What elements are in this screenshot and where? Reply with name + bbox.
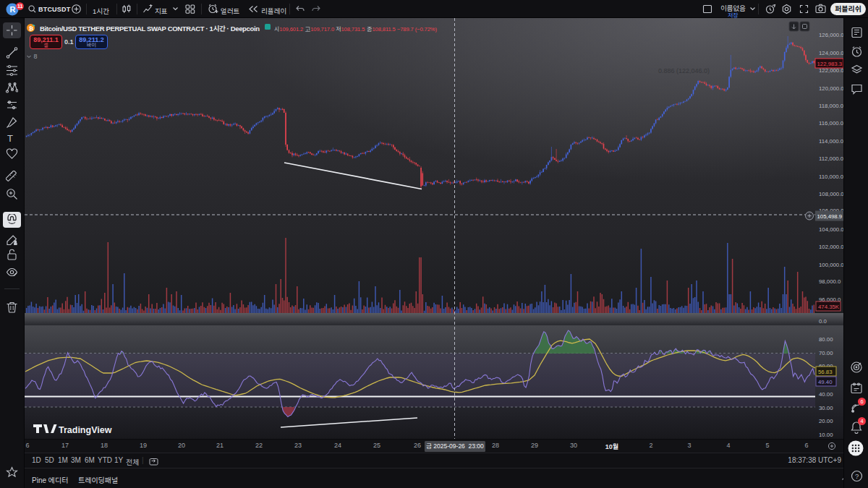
svg-text:100,000.0: 100,000.0 [819, 262, 843, 268]
svg-text:124,000.0: 124,000.0 [819, 50, 843, 56]
svg-text:122,983.3: 122,983.3 [817, 61, 843, 67]
svg-text:105,498.9: 105,498.9 [817, 213, 843, 220]
svg-text:10.00: 10.00 [819, 432, 833, 438]
svg-text:20.00: 20.00 [819, 418, 833, 424]
svg-text:116,000.0: 116,000.0 [819, 120, 843, 127]
svg-text:102,000.0: 102,000.0 [819, 244, 843, 250]
svg-text:114,000.0: 114,000.0 [819, 138, 843, 145]
svg-text:TradingView: TradingView [59, 425, 112, 435]
svg-text:126,000.0: 126,000.0 [819, 32, 843, 38]
svg-text:112,000.0: 112,000.0 [819, 155, 843, 162]
svg-text:30.00: 30.00 [819, 405, 833, 411]
svg-text:104,000.0: 104,000.0 [819, 226, 843, 233]
svg-text:120,000.0: 120,000.0 [819, 85, 843, 92]
svg-text:0.0: 0.0 [819, 318, 827, 325]
svg-text:0.886 (122,046.0): 0.886 (122,046.0) [658, 67, 710, 74]
svg-text:80.00: 80.00 [819, 336, 833, 343]
svg-text:122,000.0: 122,000.0 [819, 67, 843, 74]
svg-text:40.00: 40.00 [819, 391, 833, 398]
svg-text:118,000.0: 118,000.0 [819, 103, 843, 109]
svg-text:98,000.0: 98,000.0 [819, 278, 841, 285]
svg-text:₿: ₿ [29, 25, 34, 31]
svg-text:70.00: 70.00 [819, 350, 833, 356]
svg-text:474.35K: 474.35K [818, 304, 840, 310]
svg-text:11: 11 [17, 4, 23, 9]
svg-text:49.40: 49.40 [818, 379, 833, 385]
svg-text:108,000.0: 108,000.0 [819, 191, 843, 197]
svg-text:R: R [10, 5, 16, 14]
svg-text:56.83: 56.83 [818, 369, 833, 375]
svg-text:110,000.0: 110,000.0 [819, 174, 843, 180]
svg-text:?: ? [855, 472, 859, 480]
